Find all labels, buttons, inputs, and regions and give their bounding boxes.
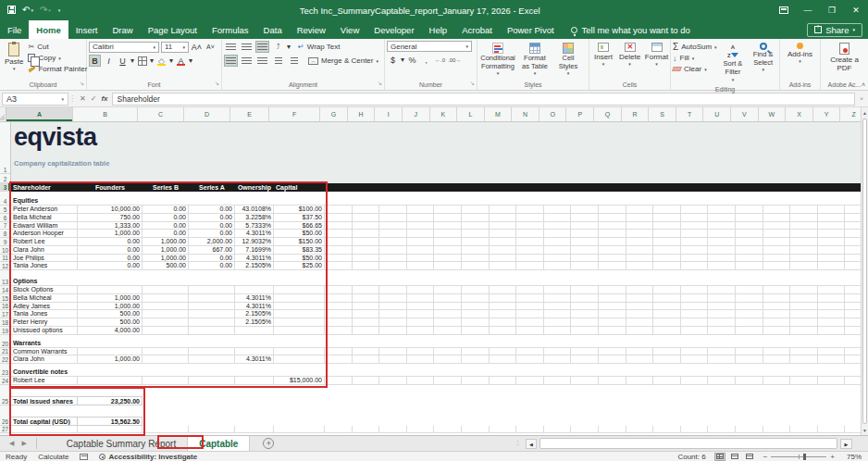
cell-C18[interactable] bbox=[143, 318, 189, 326]
select-all-corner[interactable] bbox=[0, 107, 6, 121]
empty-cells-region[interactable] bbox=[325, 214, 868, 221]
column-header-H[interactable]: H bbox=[348, 107, 376, 121]
cell-B16[interactable]: 1,000.00 bbox=[78, 303, 143, 310]
cell-A8[interactable]: Anderson Hooper bbox=[11, 230, 78, 237]
cell-A7[interactable]: Edward William bbox=[11, 222, 78, 230]
cell-E6[interactable]: 3.2258% bbox=[235, 214, 274, 221]
cell-D15[interactable] bbox=[189, 294, 235, 302]
font-color-icon[interactable]: A bbox=[175, 55, 187, 67]
merge-center-button[interactable]: ↔Merge & Center▾ bbox=[308, 56, 378, 66]
delete-cells-button[interactable]: Delete▾ bbox=[617, 41, 642, 69]
row-number-14[interactable]: 14 bbox=[0, 286, 10, 294]
enter-icon[interactable]: ✓ bbox=[91, 94, 97, 103]
cancel-icon[interactable]: ✕ bbox=[80, 94, 86, 103]
cell-E3[interactable]: Ownership bbox=[235, 183, 274, 192]
column-header-P[interactable]: P bbox=[566, 107, 594, 121]
row-number-10[interactable]: 10 bbox=[0, 246, 10, 255]
column-header-R[interactable]: R bbox=[622, 107, 650, 121]
page-layout-view-icon[interactable] bbox=[729, 453, 740, 461]
cell-C21[interactable] bbox=[143, 348, 189, 355]
sheet-row-17[interactable]: Tania Jones500.002.1505% bbox=[11, 310, 868, 318]
sheet-row-5[interactable]: Peter Anderson10,000.000.000.0043.0108%$… bbox=[11, 206, 868, 214]
cell-F12[interactable]: $25.00 bbox=[274, 262, 325, 269]
cell-A5[interactable]: Peter Anderson bbox=[11, 206, 78, 213]
cell-D12[interactable]: 0.00 bbox=[189, 262, 235, 269]
calculate-status[interactable]: Calculate bbox=[38, 453, 68, 461]
borders-icon[interactable] bbox=[136, 55, 148, 67]
cell-E11[interactable]: 4.3011% bbox=[235, 255, 274, 262]
row-number-17[interactable]: 17 bbox=[0, 310, 10, 318]
row-number-12[interactable]: 12 bbox=[0, 262, 10, 270]
cell-B9[interactable]: 0.00 bbox=[78, 238, 143, 245]
sheet-row-8[interactable]: Anderson Hooper1,000.000.000.004.3011%$5… bbox=[11, 230, 868, 238]
menu-tab-draw[interactable]: Draw bbox=[105, 20, 140, 39]
scroll-down-icon[interactable]: ▼ bbox=[862, 425, 868, 435]
next-sheet-icon[interactable]: ▶ bbox=[21, 440, 26, 447]
fill-button[interactable]: ↓Fill▾ bbox=[673, 53, 717, 63]
column-header-A[interactable]: A bbox=[6, 107, 73, 121]
cell-B6[interactable]: 750.00 bbox=[78, 214, 143, 221]
cell-C15[interactable] bbox=[143, 294, 189, 302]
increase-decimal-icon[interactable]: ←.0 bbox=[434, 54, 446, 66]
percent-icon[interactable]: % bbox=[406, 54, 418, 66]
cell-B19[interactable]: 4,000.00 bbox=[78, 327, 143, 334]
cell-D17[interactable] bbox=[189, 310, 235, 318]
row-number-5[interactable]: 5 bbox=[0, 206, 10, 214]
column-header-W[interactable]: W bbox=[759, 107, 787, 121]
empty-cells-region[interactable] bbox=[325, 206, 868, 213]
cell-E15[interactable]: 4.3011% bbox=[235, 294, 274, 302]
zoom-in-icon[interactable]: + bbox=[830, 453, 835, 461]
create-pdf-button[interactable]: Create a PDF bbox=[823, 41, 866, 74]
cell-F6[interactable]: $37.50 bbox=[274, 214, 325, 221]
cell-C27[interactable] bbox=[143, 426, 189, 432]
menu-tab-data[interactable]: Data bbox=[256, 20, 290, 39]
cell-C6[interactable]: 0.00 bbox=[143, 214, 189, 221]
sheet-tab-captable-summary-report[interactable]: Captable Summary Report bbox=[56, 436, 188, 451]
accessibility-status[interactable]: Accessibility: Investigate bbox=[99, 453, 197, 461]
column-header-J[interactable]: J bbox=[403, 107, 430, 121]
comma-icon[interactable]: , bbox=[420, 54, 432, 66]
cell-E16[interactable]: 4.3011% bbox=[235, 303, 274, 310]
column-header-E[interactable]: E bbox=[230, 107, 269, 121]
column-header-S[interactable]: S bbox=[649, 107, 676, 121]
copy-button[interactable]: Copy▾ bbox=[28, 53, 87, 63]
scroll-up-icon[interactable]: ▲ bbox=[862, 107, 868, 118]
font-size-select[interactable]: 11▾ bbox=[161, 42, 189, 53]
cell-A25[interactable]: Total issued shares bbox=[11, 396, 78, 405]
sheet-row-14[interactable]: Stock Options bbox=[11, 286, 868, 294]
column-header-M[interactable]: M bbox=[485, 107, 513, 121]
cell-E7[interactable]: 5.7333% bbox=[235, 222, 274, 230]
cell-E18[interactable]: 2.1505% bbox=[235, 318, 274, 326]
customize-qat-icon[interactable]: ▾ bbox=[57, 6, 61, 15]
row-number-26[interactable]: 26 bbox=[0, 405, 10, 426]
cell-E19[interactable] bbox=[235, 327, 274, 334]
cell-F10[interactable]: $83.35 bbox=[274, 246, 325, 254]
row-number-25[interactable]: 25 bbox=[0, 385, 10, 405]
row-number-19[interactable]: 19 bbox=[0, 327, 10, 335]
cell-D5[interactable]: 0.00 bbox=[189, 206, 235, 213]
cell-A27[interactable] bbox=[11, 426, 78, 432]
sheet-row-20[interactable]: Warrants bbox=[11, 335, 868, 348]
macro-record-icon[interactable] bbox=[80, 454, 88, 460]
cell-B7[interactable]: 1,333.00 bbox=[78, 222, 143, 230]
decrease-indent-icon[interactable] bbox=[271, 55, 285, 67]
find-select-button[interactable]: Find & Select▾ bbox=[749, 41, 777, 75]
close-button[interactable]: ✕ bbox=[844, 0, 868, 20]
cell-E22[interactable]: 4.3011% bbox=[235, 355, 274, 363]
clipboard-dialog-launcher-icon[interactable]: ↘ bbox=[80, 79, 84, 89]
cell-A21[interactable]: Common Warrants bbox=[11, 348, 78, 355]
cell-D14[interactable] bbox=[189, 286, 235, 293]
cell-A23[interactable]: Convertible notes bbox=[11, 368, 868, 376]
menu-tab-page-layout[interactable]: Page Layout bbox=[141, 20, 205, 39]
cell-B3[interactable]: Founders bbox=[78, 183, 143, 192]
menu-tab-home[interactable]: Home bbox=[29, 20, 68, 39]
format-cells-button[interactable]: Format▾ bbox=[644, 41, 669, 69]
cell-C8[interactable]: 0.00 bbox=[143, 230, 189, 237]
cell-B24[interactable] bbox=[78, 377, 143, 384]
cell-C10[interactable]: 1,000.00 bbox=[143, 246, 189, 254]
tab-splitter-handle[interactable]: ⋮ bbox=[515, 439, 522, 446]
column-header-N[interactable]: N bbox=[512, 107, 539, 121]
format-as-table-button[interactable]: Format as Table▾ bbox=[518, 41, 552, 79]
sheet-row-7[interactable]: Edward William1,333.000.000.005.7333%$66… bbox=[11, 222, 868, 230]
empty-cells-region[interactable] bbox=[325, 222, 868, 230]
